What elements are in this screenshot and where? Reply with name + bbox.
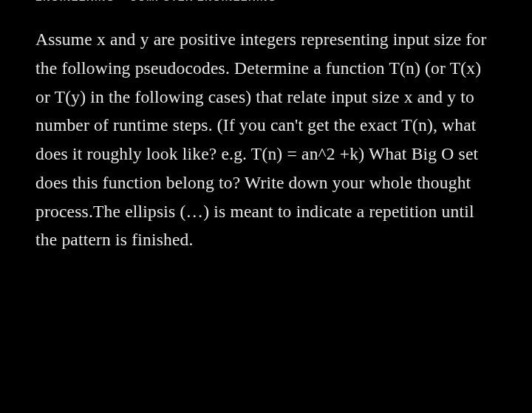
question-body-text: Assume x and y are positive integers rep… [35, 25, 497, 254]
content-wrapper: ENGINEERING COMPUTER ENGINEERING Assume … [0, 0, 532, 254]
breadcrumb: ENGINEERING COMPUTER ENGINEERING [35, 0, 497, 6]
breadcrumb-item-engineering[interactable]: ENGINEERING [35, 0, 115, 3]
breadcrumb-item-computer-engineering[interactable]: COMPUTER ENGINEERING [130, 0, 277, 3]
